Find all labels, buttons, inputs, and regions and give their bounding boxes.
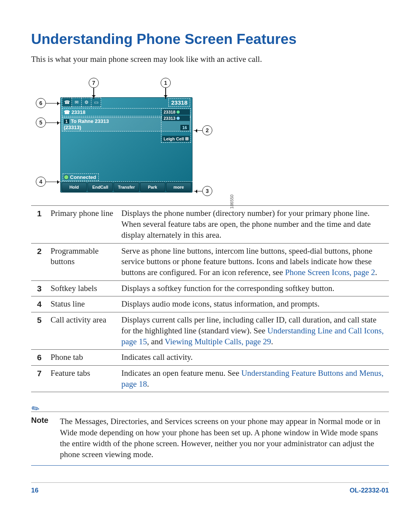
callout-number: 5 <box>36 117 46 128</box>
callout-number: 3 <box>202 186 212 196</box>
page: Understanding Phone Screen Features This… <box>0 0 420 510</box>
legend-desc: Displays the phone number (directory num… <box>120 206 389 243</box>
callout-1: 1 <box>161 78 171 99</box>
callout-arrow-icon <box>46 103 61 104</box>
prog-button-label: Leigh Cell <box>163 137 184 141</box>
programmable-button: 23318 <box>162 109 190 115</box>
prog-button-label: 23313 <box>163 116 175 121</box>
feature-tab-icon: ✉ <box>72 98 82 107</box>
note-text: The Messages, Directories, and Services … <box>60 416 389 460</box>
softkey-bar: Hold EndCall Transfer Park more <box>60 181 192 193</box>
legend-desc: Indicates call activity. <box>120 350 389 366</box>
legend-num: 1 <box>31 206 49 243</box>
legend-table: 1 Primary phone line Displays the phone … <box>31 205 389 392</box>
softkey: Transfer <box>114 182 139 192</box>
softkey: Park <box>140 182 165 192</box>
legend-desc: Serve as phone line buttons, intercom li… <box>120 243 389 280</box>
feature-tab-icon: ▭ <box>91 98 101 107</box>
callout-7: 7 <box>89 78 99 99</box>
cross-ref-link[interactable]: Viewing Multiple Calls, page 29 <box>165 337 271 346</box>
legend-num: 6 <box>31 350 49 366</box>
callout-arrow-icon <box>46 123 61 123</box>
legend-name: Feature tabs <box>49 365 120 392</box>
page-number: 16 <box>31 487 38 494</box>
callout-6: 6 <box>36 98 61 108</box>
footer-rule <box>31 482 389 483</box>
table-row: 3 Softkey labels Displays a softkey func… <box>31 280 389 296</box>
callout-5: 5 <box>36 117 61 128</box>
programmable-button: 23313 <box>162 116 190 121</box>
callout-number: 2 <box>202 125 212 135</box>
legend-num: 7 <box>31 365 49 392</box>
programmable-button: Leigh Cell ⊞ <box>162 136 190 142</box>
softkey: EndCall <box>88 182 113 192</box>
document-id: OL-22332-01 <box>350 487 389 494</box>
phone-screen-figure: ☎ ✉ ⚙ ▭ 23318 ☎ 23318 1To Rahne 23313 (2… <box>31 74 218 195</box>
table-row: 7 Feature tabs Indicates an open feature… <box>31 365 389 392</box>
primary-line-number: 23318 <box>168 98 190 107</box>
legend-desc: Indicates an open feature menu. See Unde… <box>120 365 389 392</box>
table-row: 6 Phone tab Indicates call activity. <box>31 350 389 366</box>
legend-text: . <box>271 337 273 346</box>
prog-button-label: 23318 <box>163 110 175 114</box>
feature-tab-icon: ⚙ <box>81 98 91 107</box>
phone-tab-icon: ☎ <box>62 98 72 107</box>
legend-text: . <box>375 268 377 277</box>
line-label: 23318 <box>72 109 86 115</box>
cross-ref-link[interactable]: Phone Screen Icons, page 2 <box>285 268 375 277</box>
legend-name: Status line <box>49 296 120 312</box>
callout-3: 3 <box>194 186 212 196</box>
callout-number: 4 <box>36 177 46 187</box>
feature-tabs: ☎ ✉ ⚙ ▭ <box>62 98 101 107</box>
callout-number: 1 <box>161 78 171 88</box>
legend-text: , and <box>147 337 165 346</box>
legend-num: 2 <box>31 243 49 280</box>
call-index: 1 <box>64 119 69 124</box>
callout-2: 2 <box>194 125 212 135</box>
programmable-buttons-area: 23318 23313 Leigh Cell ⊞ <box>161 108 191 143</box>
figure-id: 186550 <box>229 195 234 209</box>
pencil-icon: ✎ <box>30 402 42 415</box>
line-status-icon <box>177 117 180 120</box>
page-footer: 16 OL-22332-01 <box>31 487 389 494</box>
call-to: To Rahne 23313 <box>71 118 109 124</box>
softkey: Hold <box>61 182 87 192</box>
phone-top-bar: ☎ ✉ ⚙ ▭ 23318 <box>60 97 192 107</box>
line-status-icon <box>177 110 180 114</box>
legend-name: Softkey labels <box>49 280 120 296</box>
callout-arrow-icon <box>46 182 61 182</box>
legend-desc: Displays current calls per line, includi… <box>120 312 389 350</box>
phone-screen: ☎ ✉ ⚙ ▭ 23318 ☎ 23318 1To Rahne 23313 (2… <box>60 97 192 193</box>
callout-4: 4 <box>36 177 61 187</box>
table-row: 1 Primary phone line Displays the phone … <box>31 206 389 243</box>
section-heading: Understanding Phone Screen Features <box>31 31 389 47</box>
legend-name: Programmable buttons <box>49 243 120 280</box>
call-number: (23313) <box>64 124 109 130</box>
note-label: Note <box>31 416 53 460</box>
softkey: more <box>166 182 191 192</box>
legend-desc: Displays audio mode icons, status inform… <box>120 296 389 312</box>
callout-arrow-icon <box>194 191 202 192</box>
callout-number: 6 <box>36 98 46 108</box>
intro-text: This is what your main phone screen may … <box>31 54 389 65</box>
legend-num: 5 <box>31 312 49 350</box>
status-line: Connected <box>63 174 99 181</box>
table-row: 4 Status line Displays audio mode icons,… <box>31 296 389 312</box>
table-row: 2 Programmable buttons Serve as phone li… <box>31 243 389 280</box>
note-block: ✎ Note The Messages, Directories, and Se… <box>31 412 389 466</box>
callout-number: 7 <box>89 78 99 88</box>
legend-name: Call activity area <box>49 312 120 350</box>
callout-arrow-icon <box>194 130 202 131</box>
table-row: 5 Call activity area Displays current ca… <box>31 312 389 350</box>
legend-text: . <box>147 379 149 389</box>
legend-name: Primary phone line <box>49 206 120 243</box>
legend-num: 4 <box>31 296 49 312</box>
legend-name: Phone tab <box>49 350 120 366</box>
legend-text: Indicates an open feature menu. See <box>121 368 241 378</box>
legend-desc: Displays a softkey function for the corr… <box>120 280 389 296</box>
legend-num: 3 <box>31 280 49 296</box>
